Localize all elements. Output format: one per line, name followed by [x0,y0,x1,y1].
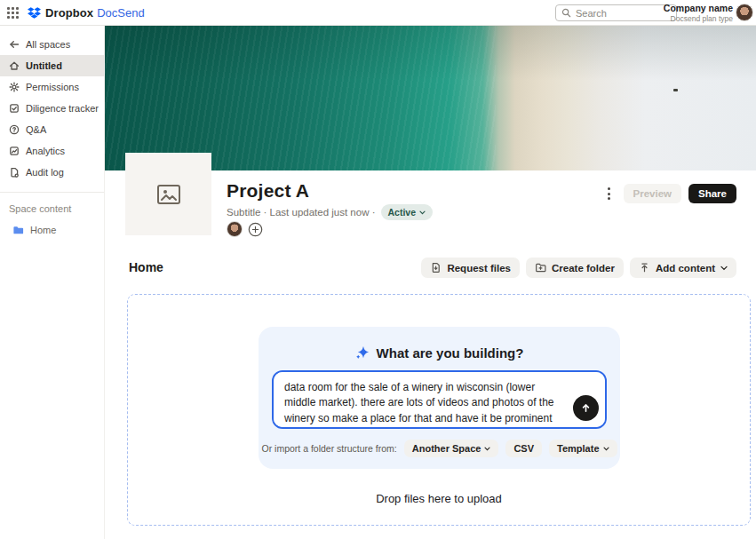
dropbox-glyph-icon [28,6,41,20]
folder-icon [12,225,24,235]
sidebar-item-diligence-tracker[interactable]: Diligence tracker [0,98,104,119]
chevron-down-icon [720,266,728,271]
section-title: Home [129,260,163,274]
sidebar-item-label: Untitled [26,60,62,71]
sidebar-item-qa[interactable]: Q&A [0,119,104,140]
dropzone-label: Drop files here to upload [128,492,750,505]
button-label: Add content [656,263,715,273]
submit-prompt-button[interactable] [573,395,599,421]
project-title: Project A [227,180,309,202]
request-files-button[interactable]: Request files [421,258,520,278]
ai-card-heading: What are you building? [377,345,524,361]
space-logo[interactable] [125,153,211,235]
arrow-left-icon [9,39,20,50]
sidebar-item-label: Analytics [26,146,65,156]
sidebar-item-label: Home [30,225,56,235]
import-csv-button[interactable]: CSV [505,440,542,457]
sidebar-back-all-spaces[interactable]: All spaces [0,34,104,55]
status-label: Active [388,207,417,218]
chevron-down-icon [484,447,490,451]
home-toolbar: Request files Create folder Add content [421,258,736,278]
share-button[interactable]: Share [688,184,736,203]
company-name: Company name [664,3,733,14]
sidebar-divider [0,192,104,193]
button-label: CSV [513,443,534,454]
import-another-space-button[interactable]: Another Space [404,440,499,457]
chart-icon [9,146,20,156]
create-folder-button[interactable]: Create folder [526,258,624,278]
beach-person [673,89,678,91]
account-menu[interactable]: Company name Docsend plan type [664,3,733,24]
preview-button[interactable]: Preview [624,184,681,203]
plan-type: Docsend plan type [664,14,733,24]
add-content-button[interactable]: Add content [630,258,736,278]
status-badge[interactable]: Active [381,204,434,220]
sidebar-item-permissions[interactable]: Permissions [0,76,104,98]
question-icon [9,124,20,135]
project-actions: Preview Share [602,184,736,203]
ai-builder-card: What are you building? data room for the… [259,327,620,469]
sidebar-item-home-folder[interactable]: Home [0,219,104,241]
import-template-button[interactable]: Template [549,440,617,457]
sidebar: All spaces Untitled Permissions Diligenc… [0,26,105,539]
home-toolbar-row: Home Request files Create folder Add con… [105,258,756,279]
sidebar-item-label: Audit log [26,167,64,178]
button-label: Request files [447,263,511,273]
search-input[interactable] [576,8,671,19]
project-subtitle-row: Subtitle · Last updated just now · Activ… [227,204,433,220]
member-avatar[interactable] [227,221,243,237]
ai-card-heading-row: What are you building? [259,345,620,361]
button-label: Another Space [412,443,481,454]
prompt-input-wrap: data room for the sale of a winery in wi… [272,370,607,429]
project-members-row [227,221,263,237]
file-request-icon [430,262,442,273]
sidebar-item-label: Q&A [26,124,46,135]
upload-icon [639,262,650,273]
search-icon [561,8,571,18]
sidebar-back-label: All spaces [26,39,70,50]
sidebar-item-label: Permissions [26,82,79,92]
main-content: Project A Subtitle · Last updated just n… [105,26,756,539]
image-placeholder-icon [155,182,182,207]
brand-name: Dropbox [45,6,93,20]
product-name: DocSend [97,6,144,20]
import-label: Or import a folder structure from: [261,443,396,454]
top-bar: Dropbox DocSend Company name Docsend pla… [0,0,756,26]
button-label: Create folder [552,263,615,273]
file-dropzone[interactable]: What are you building? data room for the… [127,294,751,526]
sidebar-item-label: Diligence tracker [26,103,99,114]
home-icon [9,60,20,71]
sparkle-icon [355,345,370,361]
apps-grid-icon[interactable] [7,7,19,19]
prompt-input[interactable]: data room for the sale of a winery in wi… [272,370,607,429]
document-icon [9,167,20,178]
chevron-down-icon [419,210,426,215]
more-options-button[interactable] [602,185,617,203]
search-box[interactable] [555,4,677,21]
gear-icon [9,82,20,92]
sidebar-item-analytics[interactable]: Analytics [0,140,104,162]
user-avatar[interactable] [736,4,753,21]
cover-image [105,26,756,170]
project-subtitle: Subtitle · Last updated just now · [227,207,376,218]
import-row: Or import a folder structure from: Anoth… [259,440,620,457]
add-member-button[interactable] [248,222,263,237]
sidebar-item-untitled[interactable]: Untitled [0,55,104,76]
dropbox-docsend-logo[interactable]: Dropbox DocSend [28,0,145,26]
chevron-down-icon [603,447,609,451]
space-content-label: Space content [0,202,104,219]
folder-plus-icon [535,262,546,273]
button-label: Template [557,443,599,454]
sidebar-item-audit-log[interactable]: Audit log [0,162,104,183]
checkbox-icon [9,103,20,114]
